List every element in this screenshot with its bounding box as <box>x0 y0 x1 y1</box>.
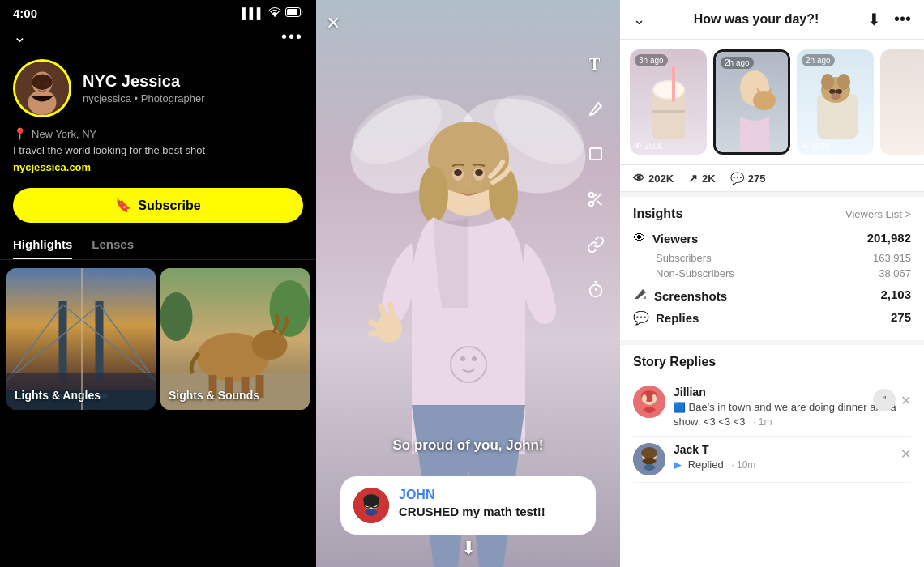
reply-content: JOHN CRUSHED my math test!! <box>399 488 583 520</box>
crop-tool-icon[interactable] <box>581 139 610 168</box>
pen-tool-icon[interactable] <box>581 94 610 123</box>
more-options-button-icon[interactable]: ••• <box>894 10 911 29</box>
tabs-row: Highlights Lenses <box>0 231 316 260</box>
total-views-stat: 👁 202K <box>633 172 674 185</box>
story-thumb-2[interactable]: 2h ago <box>713 49 790 155</box>
svg-line-47 <box>391 305 393 316</box>
viewers-label: Viewers <box>652 232 698 245</box>
screenshots-stat: ↗ 2K <box>688 172 716 185</box>
battery-icon <box>285 7 303 19</box>
insights-title: Insights <box>633 207 682 221</box>
story-reply-bubble[interactable]: JOHN CRUSHED my math test!! <box>340 476 596 535</box>
svg-line-48 <box>371 322 379 326</box>
insights-section: Insights Viewers List > 👁 Viewers 201,98… <box>620 197 924 340</box>
middle-panel: ✕ T <box>316 0 620 567</box>
quote-button-jillian[interactable]: " <box>873 389 896 411</box>
profile-meta: 📍 New York, NY I travel the world lookin… <box>0 127 316 180</box>
svg-point-55 <box>589 193 594 198</box>
svg-point-95 <box>641 447 657 458</box>
location-text: New York, NY <box>32 128 96 140</box>
svg-point-78 <box>753 91 776 110</box>
non-subscribers-value: 38,067 <box>879 267 911 279</box>
close-reply-jillian[interactable]: ✕ <box>900 393 911 408</box>
more-options-icon[interactable]: ••• <box>281 28 303 46</box>
story-thumb-4[interactable] <box>880 49 924 155</box>
story-thumb-3[interactable]: 2h ago 👁 198K <box>797 49 874 155</box>
tab-highlights[interactable]: Highlights <box>13 231 72 259</box>
right-panel: ⌄ How was your day?! ⬇ ••• <box>620 0 924 567</box>
screenshots-icon <box>633 288 648 304</box>
svg-line-58 <box>597 201 601 205</box>
svg-point-56 <box>589 202 594 207</box>
close-icon[interactable]: ✕ <box>326 13 340 34</box>
viewers-label-left: 👁 Viewers <box>633 231 698 245</box>
timer-icon[interactable] <box>581 275 610 305</box>
svg-line-53 <box>598 103 601 106</box>
highlight-card-sights-sounds[interactable]: Sights & Sounds <box>160 268 310 410</box>
total-views-value: 202K <box>648 173 674 185</box>
tab-lenses[interactable]: Lenses <box>92 231 134 259</box>
back-chevron-icon[interactable]: ⌄ <box>633 11 645 28</box>
profile-section: NYC Jessica nycjessica • Photographer <box>0 53 316 127</box>
stats-row: 👁 202K ↗ 2K 💬 275 <box>620 165 924 192</box>
avatar[interactable] <box>13 59 71 117</box>
location-row: 📍 New York, NY <box>13 127 303 140</box>
replies-insight-row: 💬 Replies 275 <box>633 310 911 326</box>
story-replies-title: Story Replies <box>633 355 911 369</box>
svg-point-83 <box>837 74 850 90</box>
svg-point-6 <box>28 90 57 115</box>
svg-point-0 <box>274 15 276 16</box>
profile-name: NYC Jessica <box>83 72 205 91</box>
reply-name: JOHN <box>399 488 583 502</box>
reply-item-jillian: Jillian 🟦 Bae's in town and we are doing… <box>633 379 911 437</box>
svg-point-82 <box>821 74 834 90</box>
download-icon[interactable]: ⬇ <box>461 538 476 559</box>
svg-point-91 <box>642 394 647 403</box>
eye-icon: 👁 <box>634 142 642 151</box>
replies-insight-value: 275 <box>891 310 911 324</box>
highlight-card-lights-angles[interactable]: Lights & Angles <box>6 268 156 410</box>
non-subscribers-sub-row: Non-Subscribers 38,067 <box>633 266 911 281</box>
viewers-list-link[interactable]: Viewers List > <box>845 208 911 220</box>
svg-line-46 <box>381 306 385 318</box>
subscribers-label: Subscribers <box>656 252 712 264</box>
download-button-icon[interactable]: ⬇ <box>867 10 881 29</box>
svg-rect-74 <box>672 66 675 102</box>
header-actions: ⬇ ••• <box>867 10 911 29</box>
insights-header: Insights Viewers List > <box>633 207 911 221</box>
avatar-image <box>15 62 69 115</box>
svg-point-92 <box>652 394 657 403</box>
bookmark-icon: 🔖 <box>115 198 131 213</box>
svg-point-86 <box>831 93 841 100</box>
replies-value: 275 <box>748 173 766 185</box>
viewers-row: 👁 Viewers 201,982 <box>633 231 911 245</box>
left-panel: 4:00 ▌▌▌ ⌄ ••• <box>0 0 316 567</box>
link-tool-icon[interactable] <box>581 230 610 259</box>
replies-insight-label: Replies <box>656 311 699 325</box>
profile-link[interactable]: nycjessica.com <box>13 161 303 173</box>
svg-rect-11 <box>96 301 104 382</box>
text-tool-icon[interactable]: T <box>581 49 610 78</box>
reply-item-jack: Jack T ▶ Replied · 10m ✕ <box>633 437 911 483</box>
jillian-avatar <box>633 386 665 418</box>
replies-insight-icon: 💬 <box>633 310 649 326</box>
story-caption: So proud of you, John! <box>316 437 620 454</box>
svg-point-20 <box>160 292 193 341</box>
story-thumb-time-2: 2h ago <box>721 57 754 69</box>
signal-icon: ▌▌▌ <box>242 7 264 19</box>
chevron-down-icon[interactable]: ⌄ <box>13 27 27 46</box>
svg-rect-54 <box>590 148 601 160</box>
wifi-icon <box>268 7 281 19</box>
close-reply-jack[interactable]: ✕ <box>900 446 911 462</box>
stories-row: 3h ago 👁 250K <box>620 40 924 165</box>
jack-actions: ✕ <box>900 446 911 462</box>
status-bar: 4:00 ▌▌▌ <box>0 0 316 23</box>
left-header: ⌄ ••• <box>0 23 316 53</box>
story-replies-section: Story Replies Jillian 🟦 Bae's in to <box>620 345 924 567</box>
subscribe-button[interactable]: 🔖 Subscribe <box>13 188 303 223</box>
viewers-value: 201,982 <box>867 231 911 245</box>
jillian-time: · 1m <box>753 416 772 428</box>
eye-stat-icon: 👁 <box>633 172 644 185</box>
story-thumb-1[interactable]: 3h ago 👁 250K <box>630 49 707 155</box>
scissors-icon[interactable] <box>581 185 610 214</box>
